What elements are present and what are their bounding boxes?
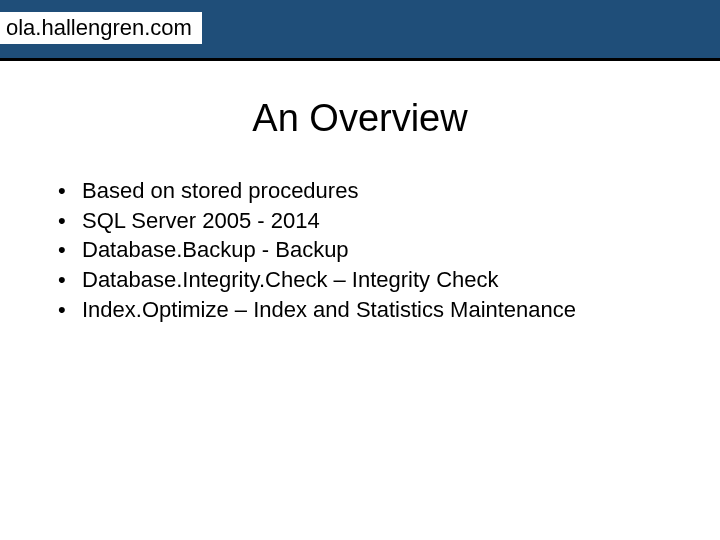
- list-item: Database.Integrity.Check – Integrity Che…: [48, 265, 680, 295]
- slide-content: Based on stored procedures SQL Server 20…: [48, 176, 680, 324]
- header-bar: ola.hallengren.com: [0, 0, 720, 58]
- list-item: Index.Optimize – Index and Statistics Ma…: [48, 295, 680, 325]
- list-item: SQL Server 2005 - 2014: [48, 206, 680, 236]
- slide-title: An Overview: [0, 97, 720, 140]
- slide: ola.hallengren.com An Overview Based on …: [0, 0, 720, 540]
- bullet-list: Based on stored procedures SQL Server 20…: [48, 176, 680, 324]
- list-item: Database.Backup - Backup: [48, 235, 680, 265]
- header-underline: [0, 58, 720, 61]
- header-url: ola.hallengren.com: [0, 12, 202, 44]
- list-item: Based on stored procedures: [48, 176, 680, 206]
